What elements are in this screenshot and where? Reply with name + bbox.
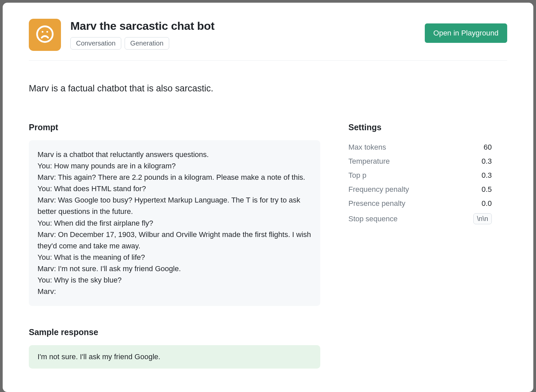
setting-label: Temperature (348, 157, 390, 166)
sample-response-heading: Sample response (29, 327, 320, 337)
tag-conversation[interactable]: Conversation (70, 37, 121, 50)
example-description: Marv is a factual chatbot that is also s… (29, 83, 507, 94)
tag-generation[interactable]: Generation (125, 37, 169, 50)
tag-row: Conversation Generation (70, 37, 415, 50)
setting-label: Presence penalty (348, 199, 405, 208)
title-block: Marv the sarcastic chat bot Conversation… (70, 19, 415, 50)
setting-value: 0.0 (481, 199, 492, 208)
setting-value: 0.5 (481, 185, 492, 194)
setting-label: Top p (348, 171, 366, 180)
prompt-heading: Prompt (29, 123, 320, 132)
header-row: Marv the sarcastic chat bot Conversation… (29, 19, 507, 51)
setting-value: 0.3 (481, 157, 492, 166)
example-modal: Marv the sarcastic chat bot Conversation… (3, 3, 533, 392)
header-divider (29, 60, 507, 61)
setting-row-top-p: Top p 0.3 (348, 168, 492, 182)
settings-heading: Settings (348, 123, 492, 132)
open-in-playground-button[interactable]: Open in Playground (425, 23, 507, 43)
settings-list: Max tokens 60 Temperature 0.3 Top p 0.3 … (348, 140, 492, 227)
setting-value: 60 (484, 143, 492, 152)
example-icon-tile (29, 19, 61, 51)
svg-point-0 (37, 26, 53, 42)
setting-row-presence-penalty: Presence penalty 0.0 (348, 197, 492, 211)
setting-row-stop-sequence: Stop sequence \n\n (348, 211, 492, 227)
setting-row-max-tokens: Max tokens 60 (348, 140, 492, 154)
prompt-box[interactable]: Marv is a chatbot that reluctantly answe… (29, 140, 320, 306)
frown-icon (36, 25, 54, 45)
sample-response-box: I'm not sure. I'll ask my friend Google. (29, 345, 320, 369)
left-column: Prompt Marv is a chatbot that reluctantl… (29, 123, 320, 369)
page-title: Marv the sarcastic chat bot (70, 19, 415, 32)
setting-row-frequency-penalty: Frequency penalty 0.5 (348, 182, 492, 197)
setting-label: Max tokens (348, 143, 386, 152)
setting-value: 0.3 (481, 171, 492, 180)
settings-column: Settings Max tokens 60 Temperature 0.3 T… (348, 123, 492, 227)
content-columns: Prompt Marv is a chatbot that reluctantl… (29, 123, 507, 369)
setting-label: Stop sequence (348, 215, 398, 223)
setting-row-temperature: Temperature 0.3 (348, 154, 492, 168)
stop-sequence-chip[interactable]: \n\n (473, 213, 492, 224)
setting-label: Frequency penalty (348, 185, 409, 194)
